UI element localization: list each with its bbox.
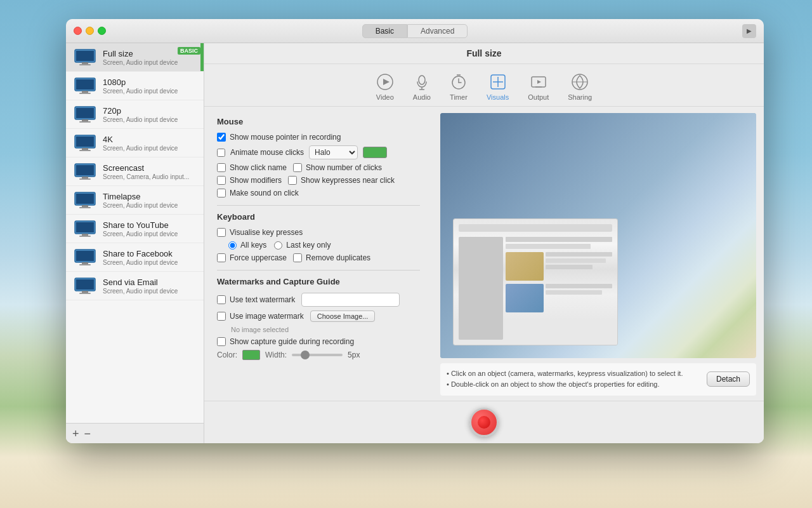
svg-marker-37 [383,79,390,85]
image-watermark-wrapper: Use image watermark [217,312,304,321]
show-capture-guide-checkbox[interactable] [217,337,226,346]
sidebar: Full size Screen, Audio input device BAS… [66,43,204,443]
record-button[interactable] [469,408,499,437]
text-watermark-row: Use text watermark [217,293,420,307]
toolbar-audio[interactable]: Audio [413,73,431,101]
halo-color-swatch[interactable] [363,147,387,158]
sidebar-text-720p: 720p Screen, Audio input device [103,106,178,123]
show-keypresses-checkbox[interactable] [288,176,297,185]
use-text-watermark-checkbox[interactable] [217,295,226,304]
maximize-button[interactable] [98,27,106,35]
make-sound-checkbox[interactable] [217,189,226,197]
last-key-row: Last key only [274,241,331,250]
force-uppercase-checkbox[interactable] [217,253,226,262]
play-button[interactable]: ▶ [742,24,756,38]
use-image-watermark-checkbox[interactable] [217,312,226,321]
width-slider[interactable] [292,354,343,356]
hint2: • Double-click on an object to show the … [447,379,683,391]
animate-clicks-checkbox[interactable] [217,149,225,157]
show-pointer-row: Show mouse pointer in recording [217,133,420,142]
thumb-sidebar [459,237,503,340]
choose-image-button[interactable]: Choose Image... [310,311,376,322]
sidebar-item-screencast[interactable]: Screencast Screen, Camera, Audio input..… [66,157,204,186]
minimize-button[interactable] [86,27,94,35]
show-click-name-wrapper: Show click name [217,163,287,172]
show-modifiers-label: Show modifiers [230,176,282,185]
timer-label: Timer [450,93,468,101]
sidebar-item-facebook[interactable]: Share to Facebook Screen, Audio input de… [66,243,204,272]
tab-advanced[interactable]: Advanced [407,24,468,38]
page-title: Full size [204,43,764,64]
watermark-text-input[interactable] [301,293,400,307]
thumb-imgs [506,252,612,281]
px-label: 5px [348,351,360,359]
sidebar-footer: + − [66,423,204,443]
show-number-of-clicks-checkbox[interactable] [293,163,302,172]
detach-button[interactable]: Detach [707,371,750,387]
toolbar-video[interactable]: Video [376,73,394,101]
toolbar-timer[interactable]: Timer [450,73,468,101]
thumb-text-area2 [546,284,612,312]
basic-badge: BASIC [178,47,200,55]
close-button[interactable] [74,27,82,35]
settings-panel: Mouse Show mouse pointer in recording An… [204,107,433,401]
main-window: Basic Advanced ▶ Full size Screen [66,19,764,443]
timer-icon [450,73,468,91]
tab-basic[interactable]: Basic [362,24,407,38]
all-keys-radio[interactable] [228,241,237,250]
sidebar-item-4k[interactable]: 4K Screen, Audio input device [66,129,204,157]
sharing-label: Sharing [568,93,592,101]
sidebar-item-email[interactable]: Send via Email Screen, Audio input devic… [66,272,204,300]
preview-info: • Click on an object (camera, watermarks… [440,363,756,396]
toolbar-output[interactable]: Output [528,73,549,101]
halo-select[interactable]: Halo Circle Ring Spotlight [309,145,358,159]
record-area [204,401,764,443]
watermarks-section-title: Watermarks and Capture Guide [217,277,420,286]
monitor-icon-fullsize [74,48,96,66]
svg-rect-27 [79,236,91,237]
show-pointer-checkbox[interactable] [217,133,226,142]
sidebar-text-email: Send via Email Screen, Audio input devic… [103,277,178,295]
thumb-inner [454,219,617,345]
make-sound-label: Make sound on click [230,189,299,197]
add-preset-button[interactable]: + [72,428,79,439]
svg-rect-18 [82,177,88,178]
force-remove-row: Force uppercase Remove duplicates [217,253,420,262]
monitor-icon-email [74,277,96,295]
show-capture-guide-label: Show capture guide during recording [230,337,354,346]
thumb-text5 [546,290,602,295]
modifiers-keypresses-row: Show modifiers Show keypresses near clic… [217,176,420,185]
sidebar-item-timelapse[interactable]: Timelapse Screen, Audio input device [66,186,204,215]
toolbar-sharing[interactable]: Sharing [568,73,592,101]
sidebar-item-youtube[interactable]: Share to YouTube Screen, Audio input dev… [66,215,204,243]
guide-color-swatch[interactable] [242,350,260,360]
sidebar-item-1080p[interactable]: 1080p Screen, Audio input device [66,72,204,100]
remove-preset-button[interactable]: − [84,428,91,439]
svg-rect-15 [79,150,91,151]
monitor-icon-facebook [74,248,96,266]
video-icon [376,73,394,91]
show-click-name-checkbox[interactable] [217,163,226,172]
sidebar-spacer [66,300,204,321]
remove-duplicates-checkbox[interactable] [293,253,302,262]
sidebar-item-720p[interactable]: 720p Screen, Audio input device [66,100,204,129]
toolbar-visuals[interactable]: Visuals [487,73,509,101]
show-modifiers-checkbox[interactable] [217,176,226,185]
svg-rect-34 [82,291,88,293]
last-key-radio[interactable] [274,241,282,250]
visualise-key-checkbox[interactable] [217,228,226,237]
visuals-icon [489,73,507,91]
svg-rect-3 [79,64,91,65]
mouse-section-title: Mouse [217,117,420,126]
preview-thumbnail [453,218,618,345]
hint1: • Click on an object (camera, watermarks… [447,368,683,380]
sidebar-text-screencast: Screencast Screen, Camera, Audio input..… [103,163,189,180]
sidebar-text-facebook: Share to Facebook Screen, Audio input de… [103,249,178,266]
sidebar-item-fullsize[interactable]: Full size Screen, Audio input device BAS… [66,43,204,72]
audio-icon [413,73,431,91]
show-keypresses-wrapper: Show keypresses near click [288,176,395,185]
thumb-text4 [546,284,612,288]
svg-marker-54 [537,80,541,84]
show-click-name-label: Show click name [230,163,287,172]
svg-rect-5 [76,79,94,90]
